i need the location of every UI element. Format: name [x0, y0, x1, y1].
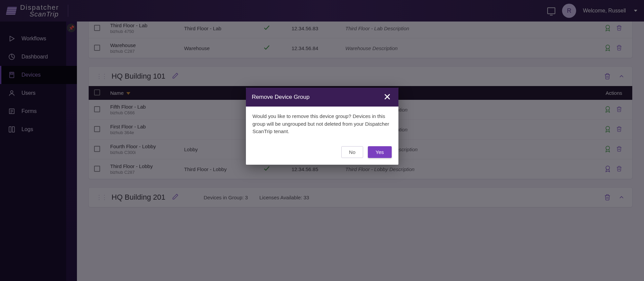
modal-body-text: Would you like to remove this device gro… — [246, 107, 398, 142]
modal-yes-button[interactable]: Yes — [368, 146, 391, 158]
modal-footer: No Yes — [246, 142, 398, 165]
modal-no-button[interactable]: No — [341, 146, 363, 158]
modal-title: Remove Device Group — [252, 94, 310, 101]
modal-header: Remove Device Group ✕ — [246, 88, 398, 107]
remove-group-modal: Remove Device Group ✕ Would you like to … — [246, 88, 398, 165]
modal-close-button[interactable]: ✕ — [382, 92, 392, 102]
modal-overlay: Remove Device Group ✕ Would you like to … — [0, 0, 644, 281]
